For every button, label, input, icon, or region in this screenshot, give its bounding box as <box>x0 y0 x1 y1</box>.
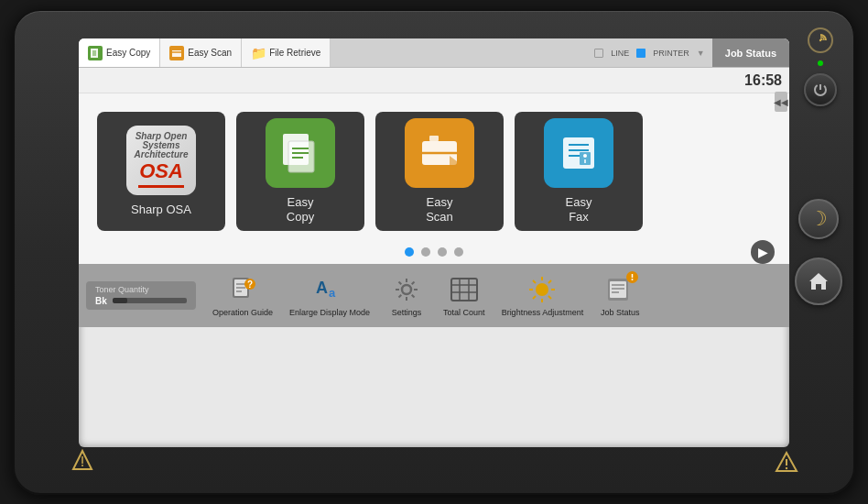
pagination-dot-1[interactable] <box>405 247 414 257</box>
enlarge-display-label: Enlarge Display Mode <box>289 308 370 318</box>
job-status-header-tab[interactable]: Job Status <box>712 38 789 67</box>
svg-point-6 <box>81 465 83 466</box>
pagination-dot-4[interactable] <box>454 247 463 257</box>
operation-guide-icon: ? <box>226 273 259 306</box>
warning-icon <box>775 450 798 478</box>
pagination-dot-3[interactable] <box>438 247 447 257</box>
line-label: LINE <box>611 49 629 58</box>
pagination-bar: ▶ <box>79 240 789 264</box>
svg-line-47 <box>412 295 415 298</box>
brightness-icon <box>526 273 559 306</box>
screen: Easy Copy Easy Scan 📁 File Retrieve LINE <box>79 38 789 447</box>
apps-area: Sharp Open Systems Architecture OSA Shar… <box>79 93 789 264</box>
status-indicator <box>818 60 823 66</box>
easy-scan-icon <box>405 118 474 188</box>
line-indicator <box>594 49 603 58</box>
sleep-button[interactable]: ☽ <box>798 199 839 239</box>
right-controls: ☽ <box>795 199 842 305</box>
svg-line-49 <box>399 295 402 298</box>
svg-line-60 <box>533 280 536 283</box>
svg-text:a: a <box>329 286 336 300</box>
printer-label: PRINTER <box>653 49 689 58</box>
brightness-button[interactable]: Brightness Adjustment <box>494 269 591 322</box>
svg-rect-50 <box>451 279 477 301</box>
settings-button[interactable]: Settings <box>379 269 434 322</box>
pagination-dot-2[interactable] <box>421 247 430 257</box>
easy-scan-tab-icon <box>169 46 184 60</box>
app-tile-easy-fax[interactable]: Easy Fax <box>515 112 643 231</box>
easy-copy-tab-icon <box>88 46 103 60</box>
svg-marker-3 <box>809 273 828 290</box>
svg-text:?: ? <box>247 279 253 290</box>
tab-easy-scan[interactable]: Easy Scan <box>160 38 242 67</box>
nfc-icon <box>808 27 833 53</box>
top-right-controls <box>804 27 837 106</box>
operation-guide-label: Operation Guide <box>212 308 273 318</box>
svg-rect-65 <box>610 281 626 298</box>
app-tile-sharp-osa-label: Sharp OSA <box>131 203 191 217</box>
toner-section: Toner Quantity Bk <box>86 281 196 310</box>
bottom-toolbar: Toner Quantity Bk <box>79 264 789 327</box>
easy-copy-icon <box>266 118 335 188</box>
total-count-button[interactable]: Total Count <box>436 269 493 322</box>
file-retrieve-tab-icon: 📁 <box>251 46 266 60</box>
app-tile-easy-scan-label: Easy Scan <box>426 195 453 224</box>
svg-point-41 <box>402 285 411 294</box>
app-grid: Sharp Open Systems Architecture OSA Shar… <box>79 93 789 240</box>
enlarge-display-icon: A a <box>313 273 346 306</box>
job-status-label: Job Status <box>601 308 640 318</box>
total-count-icon <box>448 273 481 306</box>
pagination-next-button[interactable]: ▶ <box>751 240 775 264</box>
svg-point-55 <box>536 283 548 296</box>
time-bar: 16:58 <box>79 68 789 93</box>
settings-icon <box>390 273 423 306</box>
svg-point-9 <box>786 467 787 469</box>
power-button[interactable] <box>804 73 837 106</box>
svg-rect-14 <box>172 50 181 57</box>
printer-indicator <box>636 49 646 58</box>
settings-label: Settings <box>392 308 422 318</box>
toner-quantity-label: Toner Quantity <box>95 285 187 294</box>
app-tile-easy-copy-label: Easy Copy <box>287 195 314 224</box>
home-button[interactable] <box>795 257 842 305</box>
toner-bk-row: Bk <box>95 296 187 306</box>
svg-point-30 <box>583 154 587 158</box>
svg-rect-23 <box>429 136 439 141</box>
enlarge-display-button[interactable]: A a Enlarge Display Mode <box>282 269 377 322</box>
toner-bk-key: Bk <box>95 296 107 306</box>
device-body: ☽ <box>13 9 855 495</box>
app-tile-easy-fax-label: Easy Fax <box>566 195 592 224</box>
svg-point-70 <box>632 279 634 280</box>
job-status-header-label: Job Status <box>725 48 776 59</box>
app-tile-easy-scan[interactable]: Easy Scan <box>375 112 504 231</box>
volume-button[interactable]: ◀◀ <box>775 92 787 112</box>
svg-line-48 <box>412 282 415 285</box>
tab-bar: Easy Copy Easy Scan 📁 File Retrieve LINE <box>79 38 789 68</box>
toner-bar-fill <box>113 298 127 303</box>
tab-easy-copy-label: Easy Copy <box>106 48 150 58</box>
operation-guide-button[interactable]: ? Operation Guide <box>205 269 280 322</box>
tab-easy-scan-label: Easy Scan <box>188 48 232 58</box>
tab-easy-copy[interactable]: Easy Copy <box>79 38 160 67</box>
job-status-icon <box>603 273 636 306</box>
line-printer-status: LINE PRINTER ▼ <box>587 49 711 58</box>
svg-line-46 <box>399 282 402 285</box>
tab-file-retrieve[interactable]: 📁 File Retrieve <box>242 38 331 67</box>
job-status-button[interactable]: Job Status <box>592 269 647 322</box>
tab-file-retrieve-label: File Retrieve <box>269 48 320 58</box>
app-tile-easy-copy[interactable]: Easy Copy <box>236 112 364 231</box>
svg-line-61 <box>548 296 551 299</box>
time-display: 16:58 <box>744 72 782 89</box>
svg-text:A: A <box>316 279 328 297</box>
arrow-icon[interactable] <box>70 447 95 478</box>
svg-line-63 <box>533 296 536 299</box>
easy-fax-icon <box>544 118 613 188</box>
app-tile-sharp-osa[interactable]: Sharp Open Systems Architecture OSA Shar… <box>97 112 225 231</box>
toner-bar-background <box>113 298 187 303</box>
svg-line-62 <box>548 280 551 283</box>
svg-point-0 <box>819 39 821 41</box>
osa-tile-icon: Sharp Open Systems Architecture OSA <box>126 126 196 195</box>
brightness-label: Brightness Adjustment <box>502 308 584 318</box>
total-count-label: Total Count <box>443 308 485 318</box>
